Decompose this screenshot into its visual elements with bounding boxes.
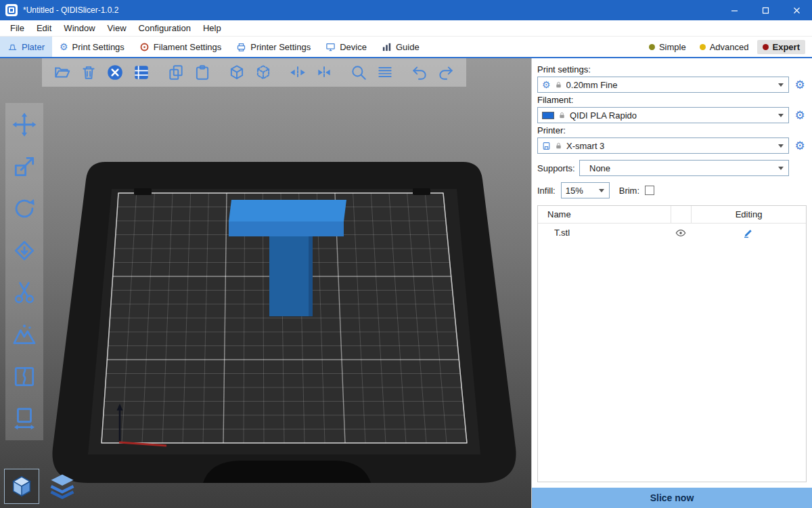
tab-printer-settings[interactable]: Printer Settings	[229, 37, 318, 57]
3d-editor-view-button[interactable]	[4, 469, 39, 504]
print-settings-label: Print settings:	[537, 64, 807, 75]
tab-guide[interactable]: Guide	[374, 37, 427, 57]
supports-label: Supports:	[537, 163, 579, 173]
chevron-down-icon	[778, 167, 784, 170]
infill-combo[interactable]: 15%	[561, 182, 610, 198]
object-list: Name Editing T.stl	[537, 205, 807, 482]
rotate-gizmo-button[interactable]	[9, 194, 39, 224]
infill-value: 15%	[566, 186, 595, 196]
printer-icon	[542, 142, 551, 150]
top-toolbar	[42, 58, 466, 87]
mode-advanced[interactable]: Advanced	[694, 40, 754, 54]
seam-icon	[12, 364, 37, 389]
add-instance-button[interactable]	[225, 60, 249, 85]
measure-gizmo-button[interactable]	[9, 404, 39, 433]
delete-all-button[interactable]	[103, 60, 127, 85]
lock-icon	[555, 142, 562, 150]
move-icon	[12, 112, 37, 137]
variable-layer-height-icon	[376, 64, 394, 81]
window-title: *Untitled - QIDISlicer-1.0.2	[23, 5, 118, 15]
close-button[interactable]	[781, 0, 812, 20]
preview-view-button[interactable]	[45, 469, 80, 504]
layers-preview-icon	[47, 471, 77, 501]
chevron-down-icon	[599, 189, 604, 192]
redo-button[interactable]	[434, 60, 458, 85]
expert-mode-dot-icon	[763, 44, 769, 50]
search-button[interactable]	[346, 60, 371, 85]
edit-pencil-icon	[743, 228, 754, 238]
profile-gear-icon: ⚙	[542, 80, 551, 89]
menu-edit[interactable]: Edit	[30, 20, 58, 36]
seam-gizmo-button[interactable]	[9, 362, 39, 391]
filament-edit-button[interactable]: ⚙	[793, 110, 807, 121]
filament-color-swatch	[542, 112, 554, 119]
tab-bar: Plater ⚙ Print Settings Filament Setting…	[0, 37, 812, 58]
model-stem-front-face	[269, 236, 313, 316]
paste-button[interactable]	[190, 60, 215, 85]
model-stem-side-face	[309, 236, 313, 316]
split-to-parts-button[interactable]	[312, 60, 336, 85]
menu-file[interactable]: File	[4, 20, 30, 36]
cut-gizmo-button[interactable]	[9, 278, 39, 308]
mode-expert[interactable]: Expert	[757, 40, 805, 54]
menu-help[interactable]: Help	[197, 20, 227, 36]
object-list-header: Name Editing	[538, 206, 806, 224]
toggle-visibility-button[interactable]	[671, 228, 691, 238]
paint-supports-gizmo-button[interactable]	[9, 320, 39, 350]
maximize-icon	[762, 7, 769, 14]
model-top-face	[229, 200, 346, 221]
menu-configuration[interactable]: Configuration	[133, 20, 197, 36]
printer-combo[interactable]: X-smart 3	[537, 137, 789, 154]
brim-checkbox[interactable]	[645, 186, 654, 195]
tab-filament-settings[interactable]: Filament Settings	[132, 37, 229, 57]
filament-combo[interactable]: QIDI PLA Rapido	[537, 107, 789, 123]
scale-gizmo-button[interactable]	[9, 152, 39, 182]
circle-x-icon	[106, 64, 124, 81]
split-parts-icon	[315, 64, 333, 81]
move-gizmo-button[interactable]	[9, 110, 39, 140]
split-to-objects-button[interactable]	[286, 60, 310, 85]
plate-clip	[134, 188, 152, 195]
undo-button[interactable]	[407, 60, 432, 85]
printer-edit-button[interactable]: ⚙	[793, 140, 807, 152]
edit-object-button[interactable]	[691, 228, 806, 238]
folder-open-icon	[53, 64, 71, 81]
delete-button[interactable]	[76, 60, 101, 85]
slice-now-button[interactable]: Slice now	[532, 488, 812, 508]
open-project-button[interactable]	[50, 60, 74, 85]
print-settings-combo[interactable]: ⚙ 0.20mm Fine	[537, 77, 789, 93]
menu-view[interactable]: View	[102, 20, 133, 36]
copy-button[interactable]	[164, 60, 188, 85]
guide-bars-icon	[382, 42, 392, 52]
place-on-face-gizmo-button[interactable]	[9, 236, 39, 266]
minimize-icon	[731, 7, 738, 14]
plater-icon	[7, 42, 18, 52]
object-row-t-stl[interactable]: T.stl	[538, 224, 806, 242]
filament-value: QIDI PLA Rapido	[570, 110, 774, 121]
menu-window[interactable]: Window	[58, 20, 101, 36]
tab-plater[interactable]: Plater	[0, 37, 52, 57]
split-objects-icon	[289, 64, 307, 81]
trash-icon	[80, 64, 97, 81]
plate-clip	[413, 188, 430, 195]
print-settings-edit-button[interactable]: ⚙	[793, 79, 807, 91]
visibility-column-header	[671, 206, 691, 223]
3d-viewport[interactable]	[0, 58, 531, 508]
supports-combo[interactable]: None	[579, 160, 789, 176]
maximize-button[interactable]	[750, 0, 781, 20]
build-plate-scene[interactable]	[47, 156, 521, 508]
print-settings-value: 0.20mm Fine	[566, 80, 774, 90]
mode-simple[interactable]: Simple	[644, 40, 692, 54]
arrange-button[interactable]	[129, 60, 154, 85]
eye-icon	[675, 228, 686, 238]
device-monitor-icon	[325, 42, 336, 52]
chevron-down-icon	[778, 114, 784, 117]
simple-mode-dot-icon	[649, 44, 655, 50]
tab-print-settings[interactable]: ⚙ Print Settings	[52, 37, 132, 57]
variable-layer-height-button[interactable]	[373, 60, 397, 85]
copy-icon	[167, 64, 185, 81]
menu-bar: File Edit Window View Configuration Help	[0, 20, 812, 37]
minimize-button[interactable]	[719, 0, 750, 20]
tab-device[interactable]: Device	[318, 37, 374, 57]
remove-instance-button[interactable]	[251, 60, 275, 85]
